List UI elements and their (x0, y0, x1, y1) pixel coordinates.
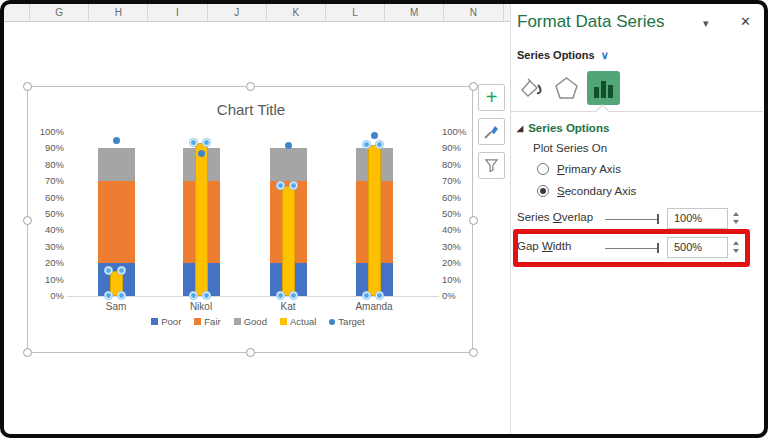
chart-area[interactable]: Chart Title 100%100%90%90%80%80%70%70%60… (27, 86, 473, 353)
chart-filters-button[interactable] (478, 152, 505, 179)
actual-bar[interactable] (195, 143, 208, 296)
chart-elements-button[interactable]: + (478, 84, 505, 111)
pentagon-icon (553, 75, 580, 101)
selection-handle[interactable] (363, 292, 370, 299)
selection-handle[interactable] (277, 292, 284, 299)
chart-tools: + (478, 84, 506, 186)
series-overlap-spinner[interactable] (731, 208, 741, 228)
legend-marker-square (194, 318, 201, 325)
radio-circle[interactable] (537, 163, 549, 175)
column-header[interactable]: G (30, 4, 89, 21)
column-header[interactable]: L (326, 4, 385, 21)
y-axis-tick-right: 90% (442, 143, 474, 153)
legend-item-fair[interactable]: Fair (194, 316, 220, 327)
series-overlap-slider-thumb[interactable] (657, 214, 659, 224)
tab-fill-line[interactable] (514, 71, 547, 105)
column-header[interactable]: I (148, 4, 207, 21)
series-options-section-header[interactable]: ◢Series Options (517, 122, 609, 134)
target-marker[interactable] (198, 150, 205, 157)
category-label: Sam (81, 301, 151, 312)
radio-secondary-axis[interactable]: Secondary Axis (537, 185, 636, 197)
chart-frame-handle[interactable] (246, 82, 255, 91)
selection-handle[interactable] (105, 267, 112, 274)
chart-title[interactable]: Chart Title (28, 101, 474, 118)
legend-marker-square (280, 318, 287, 325)
bar-segment-good[interactable] (270, 148, 307, 181)
y-axis-tick-right: 70% (442, 176, 474, 186)
chart-frame-handle[interactable] (469, 348, 478, 357)
task-pane-divider (510, 4, 511, 434)
paint-bucket-icon (518, 77, 544, 101)
tab-effects[interactable] (550, 71, 583, 105)
y-axis-tick-right: 60% (442, 193, 474, 203)
column-header[interactable]: M (385, 4, 444, 21)
target-marker[interactable] (371, 132, 378, 139)
series-options-dropdown[interactable]: Series Options∨ (517, 49, 609, 62)
y-axis-tick-right: 0% (442, 291, 474, 301)
selection-handle[interactable] (203, 139, 210, 146)
selection-handle[interactable] (277, 182, 284, 189)
column-header[interactable]: H (89, 4, 148, 21)
chart-styles-button[interactable] (478, 118, 505, 145)
expand-triangle-icon: ◢ (517, 124, 523, 133)
y-axis-tick-right: 100% (442, 127, 474, 137)
chart-frame-handle[interactable] (246, 348, 255, 357)
target-marker[interactable] (113, 137, 120, 144)
pane-close-icon[interactable]: ✕ (740, 14, 751, 29)
actual-bar[interactable] (368, 145, 381, 296)
legend-marker-square (151, 318, 158, 325)
chart-frame-handle[interactable] (23, 216, 32, 225)
y-axis-tick-left: 70% (34, 176, 64, 186)
column-header[interactable]: N (444, 4, 503, 21)
selected-tab-notch (596, 104, 609, 117)
legend-item-good[interactable]: Good (234, 316, 267, 327)
y-axis-tick-left: 40% (34, 225, 64, 235)
y-axis-tick-left: 60% (34, 193, 64, 203)
selection-handle[interactable] (190, 292, 197, 299)
selection-handle[interactable] (190, 139, 197, 146)
y-axis-tick-left: 20% (34, 258, 64, 268)
chart-frame-handle[interactable] (23, 348, 32, 357)
selection-handle[interactable] (376, 141, 383, 148)
radio-primary-axis[interactable]: Primary Axis (537, 163, 621, 175)
pane-collapse-icon[interactable]: ▾ (703, 17, 709, 30)
spin-down-icon[interactable] (733, 220, 739, 224)
legend-marker-dot (329, 319, 335, 325)
column-header[interactable]: J (208, 4, 267, 21)
selection-handle[interactable] (290, 182, 297, 189)
bar-segment-good[interactable] (98, 148, 135, 181)
bar-chart-icon (594, 81, 613, 98)
series-overlap-slider[interactable] (605, 219, 659, 220)
spin-up-icon[interactable] (733, 212, 739, 216)
tab-series-options[interactable] (587, 71, 620, 105)
target-marker[interactable] (285, 142, 292, 149)
selection-handle[interactable] (118, 292, 125, 299)
category-label: Amanda (339, 301, 409, 312)
selection-handle[interactable] (203, 292, 210, 299)
pane-title: Format Data Series (517, 12, 664, 32)
tabs-divider (511, 111, 763, 112)
column-header[interactable]: K (267, 4, 326, 21)
chart-frame-handle[interactable] (23, 82, 32, 91)
selection-handle[interactable] (363, 141, 370, 148)
selection-handle[interactable] (105, 292, 112, 299)
series-overlap-input[interactable]: 100% (667, 208, 728, 229)
legend-item-actual[interactable]: Actual (280, 316, 316, 327)
chart-frame-handle[interactable] (469, 82, 478, 91)
plot-series-on-label: Plot Series On (533, 142, 607, 154)
y-axis-tick-left: 100% (34, 127, 64, 137)
series-overlap-label: Series Overlap (517, 211, 593, 223)
legend-item-target[interactable]: Target (329, 316, 364, 327)
bar-segment-fair[interactable] (98, 181, 135, 263)
actual-bar[interactable] (282, 186, 295, 296)
selection-handle[interactable] (376, 292, 383, 299)
chart-legend[interactable]: PoorFairGoodActualTarget (68, 316, 448, 327)
funnel-icon (484, 158, 499, 173)
chart-frame-handle[interactable] (469, 216, 478, 225)
column-header-row: GHIJKLMN (4, 4, 510, 22)
selection-handle[interactable] (290, 292, 297, 299)
y-axis-tick-left: 10% (34, 275, 64, 285)
selection-handle[interactable] (118, 267, 125, 274)
legend-item-poor[interactable]: Poor (151, 316, 181, 327)
radio-circle[interactable] (537, 185, 549, 197)
